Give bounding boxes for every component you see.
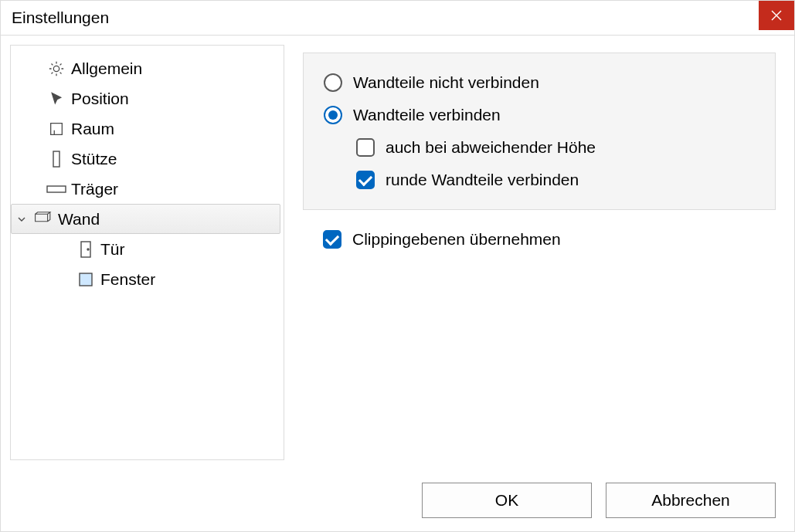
checkbox-clipping[interactable]: Clippingebenen übernehmen (303, 230, 776, 249)
checkbox-label: runde Wandteile verbinden (386, 171, 579, 189)
cursor-icon (45, 90, 68, 107)
dialog-buttons: OK Abbrechen (1, 469, 794, 531)
window-icon (74, 273, 97, 286)
wall-connect-group: Wandteile nicht verbinden Wandteile verb… (303, 53, 776, 210)
wall-icon (32, 212, 55, 227)
tree-label: Raum (68, 120, 114, 138)
tree-label: Tür (97, 240, 125, 259)
window-title: Einstellungen (12, 8, 109, 27)
dialog-content: Allgemein Position (1, 36, 794, 469)
tree-item-allgemein[interactable]: Allgemein (11, 53, 284, 83)
tree-item-raum[interactable]: Raum (11, 114, 284, 144)
ok-button[interactable]: OK (422, 483, 592, 518)
radio-no-connect[interactable]: Wandteile nicht verbinden (324, 73, 755, 92)
door-icon (74, 241, 97, 258)
checkbox-round-connect[interactable]: runde Wandteile verbinden (324, 171, 755, 189)
checkbox-icon (356, 171, 375, 189)
settings-tree: Allgemein Position (10, 45, 284, 460)
tree-item-traeger[interactable]: Träger (11, 174, 284, 204)
checkbox-diff-height[interactable]: auch bei abweichender Höhe (324, 138, 755, 157)
tree-label: Wand (55, 210, 100, 229)
svg-rect-7 (80, 273, 92, 286)
titlebar: Einstellungen (1, 1, 794, 36)
options-panel: Wandteile nicht verbinden Wandteile verb… (284, 36, 794, 469)
tree-item-stuetze[interactable]: Stütze (11, 144, 284, 174)
checkbox-label: Clippingebenen übernehmen (352, 230, 561, 249)
tree-label: Fenster (97, 270, 155, 289)
button-label: Abbrechen (651, 491, 730, 510)
room-icon (45, 120, 68, 137)
svg-rect-3 (53, 151, 59, 167)
checkbox-label: auch bei abweichender Höhe (386, 138, 596, 157)
radio-icon (324, 106, 342, 124)
radio-connect[interactable]: Wandteile verbinden (324, 106, 755, 124)
checkbox-icon (356, 138, 375, 157)
radio-label: Wandteile verbinden (353, 106, 501, 124)
tree-label: Stütze (68, 150, 117, 168)
cancel-button[interactable]: Abbrechen (606, 483, 776, 518)
tree-item-tuer[interactable]: Tür (40, 234, 284, 264)
tree-label: Allgemein (68, 59, 142, 78)
radio-icon (324, 73, 342, 92)
svg-rect-4 (47, 186, 66, 192)
column-icon (45, 150, 68, 168)
svg-point-6 (87, 249, 89, 250)
checkbox-icon (323, 230, 341, 249)
tree-label: Träger (68, 180, 118, 198)
tree-item-position[interactable]: Position (11, 83, 284, 114)
chevron-down-icon[interactable] (12, 214, 32, 225)
beam-icon (45, 184, 68, 195)
button-label: OK (495, 491, 518, 510)
tree-item-fenster[interactable]: Fenster (40, 264, 284, 294)
close-button[interactable] (759, 1, 794, 30)
close-icon (771, 10, 782, 21)
tree-item-wand[interactable]: Wand (11, 204, 280, 234)
gear-icon (45, 60, 68, 77)
tree-label: Position (68, 90, 129, 108)
svg-point-2 (53, 66, 59, 71)
radio-label: Wandteile nicht verbinden (353, 73, 539, 92)
